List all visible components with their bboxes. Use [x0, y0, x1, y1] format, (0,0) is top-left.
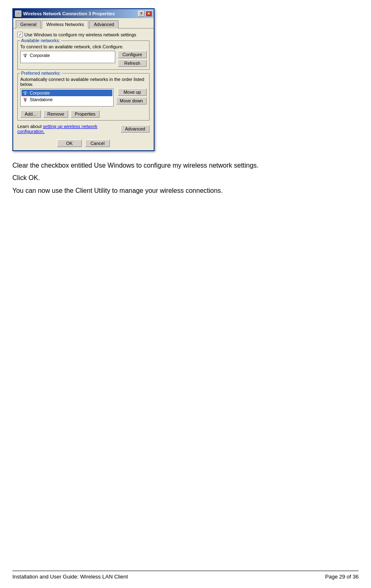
advanced-button[interactable]: Advanced [121, 125, 150, 133]
dialog-title-text: Wireless Network Connection 3 Properties [23, 11, 115, 16]
dialog-title-icon [15, 10, 21, 17]
move-up-button[interactable]: Move up [118, 88, 147, 96]
help-button[interactable]: ? [138, 11, 145, 17]
learn-row: Learn about setting up wireless network … [17, 124, 150, 134]
available-networks-group: Available networks: To connect to an ava… [17, 40, 150, 70]
dialog-footer: OK Cancel [13, 137, 154, 150]
svg-point-3 [25, 94, 26, 95]
preferred-network-list[interactable]: Corporate Standalone [20, 88, 114, 107]
instruction-line1: Clear the checkbox entitled Use Windows … [12, 161, 359, 170]
available-networks-label: Available networks: [20, 38, 61, 43]
footer-left: Installation and User Guide: Wireless LA… [12, 574, 128, 580]
preferred-instruction: Automatically connect to available netwo… [20, 77, 147, 87]
preferred-networks-label: Preferred networks: [20, 71, 62, 76]
available-network-list[interactable]: Corporate [20, 51, 115, 63]
properties-button[interactable]: Properties [71, 110, 100, 118]
ok-button[interactable]: OK [57, 140, 82, 147]
learn-prefix: Learn about [17, 124, 43, 129]
instruction-line3: You can now use the Client Utility to ma… [12, 186, 359, 195]
use-windows-checkbox-row[interactable]: ✓ Use Windows to configure my wireless n… [17, 32, 150, 37]
svg-point-1 [18, 13, 19, 14]
dialog-titlebar: Wireless Network Connection 3 Properties… [13, 9, 154, 18]
preferred-network-corporate[interactable]: Corporate [21, 90, 112, 96]
dialog-wrapper: Wireless Network Connection 3 Properties… [12, 8, 359, 151]
footer-right: Page 29 of 36 [325, 574, 359, 580]
tab-general[interactable]: General [16, 20, 41, 28]
signal-icon-standalone [22, 97, 28, 102]
cancel-button[interactable]: Cancel [85, 140, 110, 147]
signal-icon-corporate [22, 90, 28, 96]
available-instruction: To connect to an available network, clic… [20, 44, 147, 49]
dialog-body: ✓ Use Windows to configure my wireless n… [13, 28, 154, 137]
close-button[interactable]: ✕ [145, 11, 152, 17]
page-content: Wireless Network Connection 3 Properties… [0, 0, 371, 223]
svg-point-2 [25, 56, 26, 57]
signal-icon [22, 52, 28, 58]
page-footer: Installation and User Guide: Wireless LA… [12, 571, 359, 580]
refresh-button[interactable]: Refresh [118, 59, 147, 67]
configure-button[interactable]: Configure [118, 51, 147, 58]
remove-button[interactable]: Remove [43, 110, 68, 118]
use-windows-checkbox[interactable]: ✓ [17, 32, 23, 37]
instruction-line2: Click OK. [12, 173, 359, 183]
add-button[interactable]: Add... [20, 110, 41, 118]
dialog: Wireless Network Connection 3 Properties… [12, 8, 155, 151]
tab-advanced[interactable]: Advanced [89, 20, 119, 28]
svg-point-4 [25, 100, 26, 102]
use-windows-label: Use Windows to configure my wireless net… [24, 32, 136, 37]
preferred-networks-group: Preferred networks: Automatically connec… [17, 73, 150, 121]
move-down-button[interactable]: Move down [116, 97, 147, 104]
tab-wireless-networks[interactable]: Wireless Networks [42, 20, 88, 28]
preferred-network-standalone[interactable]: Standalone [21, 96, 112, 103]
tab-bar: General Wireless Networks Advanced [13, 18, 154, 28]
available-network-corporate[interactable]: Corporate [21, 52, 114, 59]
